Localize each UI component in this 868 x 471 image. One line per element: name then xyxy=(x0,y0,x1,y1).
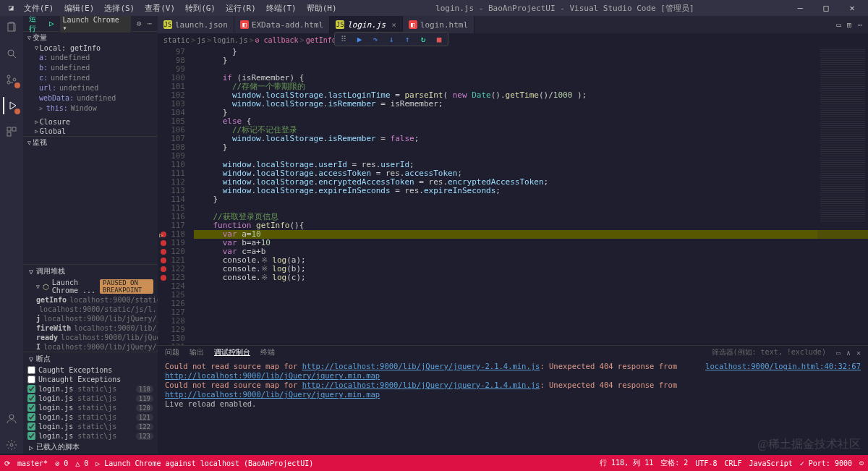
panel-action-icon[interactable]: ▭ xyxy=(836,349,841,357)
closure-scope[interactable]: ▷Closure xyxy=(23,117,158,127)
caught-exceptions[interactable]: Caught Exceptions xyxy=(23,365,158,375)
status-item[interactable]: ⟳ xyxy=(4,459,10,467)
status-item[interactable]: master* xyxy=(17,459,48,467)
editor-tab[interactable]: JSlaunch.json xyxy=(158,16,234,33)
variable-item[interactable]: url:undefined xyxy=(39,83,153,93)
editor-tab[interactable]: ◧login.html xyxy=(403,16,475,33)
breakpoint-item[interactable]: login.js static\js118 xyxy=(23,384,158,394)
editor-tab[interactable]: ◧EXData-add.html xyxy=(234,16,330,33)
watch-section[interactable]: ▽监视 xyxy=(23,137,158,148)
debug-action-button[interactable]: ■ xyxy=(433,34,445,44)
debug-action-button[interactable]: ↷ xyxy=(370,34,381,44)
breakpoint-item[interactable]: login.js static\js120 xyxy=(23,403,158,412)
panel-action-icon[interactable]: ∧ xyxy=(846,349,851,357)
status-item[interactable]: 空格: 2 xyxy=(660,458,688,468)
status-item[interactable]: ✓ Port: 9000 xyxy=(800,458,852,468)
debug-action-button[interactable]: ↑ xyxy=(401,34,413,44)
breadcrumb-item[interactable]: js xyxy=(197,36,205,44)
menu-item[interactable]: 帮助(H) xyxy=(302,1,341,15)
breakpoint-item[interactable]: login.js static\js119 xyxy=(23,394,158,403)
extensions-icon[interactable] xyxy=(3,123,20,140)
tab-action-icon[interactable]: ▭ xyxy=(836,20,841,30)
loaded-scripts-section[interactable]: ▷已载入的脚本 xyxy=(23,441,158,454)
maximize-button[interactable]: □ xyxy=(816,3,836,13)
filter-input[interactable]: 筛选器(例如: text, !exclude) xyxy=(712,347,826,357)
callstack-section[interactable]: ▽调用堆栈 xyxy=(23,265,158,278)
stack-frame[interactable]: getInfolocalhost:9000/static/js/login.js xyxy=(23,295,158,305)
stack-frame[interactable]: fireWithlocalhost:9000/lib/jQuery/jquer.… xyxy=(23,323,158,333)
editor-tab[interactable]: JSlogin.js× xyxy=(330,16,403,33)
search-icon[interactable] xyxy=(3,45,20,62)
minimap[interactable] xyxy=(817,46,868,345)
panel-action-icon[interactable]: ✕ xyxy=(856,349,861,357)
breakpoint-item[interactable]: login.js static\js121 xyxy=(23,412,158,422)
menu-item[interactable]: 选择(S) xyxy=(100,1,139,15)
code-editor[interactable]: 9798991001011021031041051061071081091101… xyxy=(158,46,868,345)
breadcrumb[interactable]: static > js > login.js > ⊘ callback > ge… xyxy=(158,33,868,46)
minimize-button[interactable]: — xyxy=(790,3,810,13)
tab-action-icon[interactable]: ⊞ xyxy=(847,20,852,30)
status-item[interactable]: CRLF xyxy=(724,458,741,468)
console-link[interactable]: http://localhost:9000/lib/jQuery/jquery-… xyxy=(302,381,540,389)
variables-scope[interactable]: ▽Local: getInfo xyxy=(23,43,158,53)
stack-frame[interactable]: jlocalhost:9000/lib/jQuery/jquery-2.1... xyxy=(23,314,158,323)
stack-frame[interactable]: localhost:9000/static/js/l... xyxy=(23,305,158,314)
status-item[interactable]: △ 0 xyxy=(75,459,88,467)
variables-section[interactable]: ▽变量 xyxy=(23,32,158,43)
console-link[interactable]: http://localhost:9000/lib/jQuery/jquery.… xyxy=(165,390,380,399)
stack-frame[interactable]: readylocalhost:9000/lib/jQuery/jquer... xyxy=(23,333,158,342)
variable-item[interactable]: b:undefined xyxy=(39,63,153,73)
breakpoints-section[interactable]: ▽断点 xyxy=(23,352,158,365)
panel-tab[interactable]: 终端 xyxy=(260,347,275,357)
menu-item[interactable]: 编辑(E) xyxy=(60,1,99,15)
breakpoint-item[interactable]: login.js static\js122 xyxy=(23,422,158,431)
variable-item[interactable]: a:undefined xyxy=(39,53,153,63)
status-item[interactable]: UTF-8 xyxy=(695,458,717,468)
uncaught-exceptions[interactable]: Uncaught Exceptions xyxy=(23,375,158,384)
gear-icon[interactable]: ⚙ xyxy=(137,19,142,28)
close-button[interactable]: ✕ xyxy=(842,3,862,13)
breadcrumb-item[interactable]: ⊘ callback xyxy=(255,36,298,44)
stack-frame[interactable]: Ilocalhost:9000/lib/jQuery/jquery-2.1... xyxy=(23,342,158,352)
console-source-link[interactable]: localhost:9000/login.html:40:32:67 xyxy=(705,362,861,371)
variable-item[interactable]: c:undefined xyxy=(39,73,153,83)
console-link[interactable]: http://localhost:9000/lib/jQuery/jquery.… xyxy=(165,371,380,380)
panel-tab[interactable]: 调试控制台 xyxy=(214,347,250,357)
menu-item[interactable]: 转到(G) xyxy=(181,1,220,15)
more-icon[interactable]: ⋯ xyxy=(147,19,152,28)
callstack-thread[interactable]: ▽⬡ Launch Chrome ... PAUSED ON BREAKPOIN… xyxy=(23,278,158,295)
status-item[interactable]: 行 118, 列 11 xyxy=(600,458,653,468)
status-item[interactable]: JavaScript xyxy=(749,458,793,468)
panel-tab[interactable]: 输出 xyxy=(190,347,204,357)
debug-action-button[interactable]: ↓ xyxy=(386,34,397,44)
play-icon[interactable]: ▷ xyxy=(49,19,54,28)
debug-action-button[interactable]: ▶ xyxy=(354,34,365,44)
close-icon[interactable]: × xyxy=(391,20,396,30)
debug-action-button[interactable]: ↻ xyxy=(417,34,429,44)
menu-item[interactable]: 终端(T) xyxy=(262,1,301,15)
status-item[interactable]: ☺ xyxy=(859,458,864,468)
menu-item[interactable]: 运行(R) xyxy=(221,1,260,15)
variable-item[interactable]: webData:undefined xyxy=(39,93,153,103)
variable-item[interactable]: this:Window xyxy=(39,103,153,114)
account-icon[interactable] xyxy=(3,410,20,428)
menu-item[interactable]: 查看(V) xyxy=(140,1,179,15)
gear-icon[interactable] xyxy=(3,436,20,454)
debug-console[interactable]: localhost:9000/login.html:40:32:67 Could… xyxy=(158,359,868,454)
source-control-icon[interactable] xyxy=(3,71,20,88)
debug-icon[interactable] xyxy=(3,97,20,114)
breakpoint-item[interactable]: login.js static\js123 xyxy=(23,431,158,441)
global-scope[interactable]: ▷Global xyxy=(23,127,158,136)
launch-config-select[interactable]: Launch Chrome ▾ xyxy=(60,16,131,33)
breadcrumb-item[interactable]: static xyxy=(163,36,190,44)
debug-action-button[interactable]: ⠿ xyxy=(338,34,349,44)
breadcrumb-item[interactable]: getInfo xyxy=(306,36,336,44)
console-link[interactable]: http://localhost:9000/lib/jQuery/jquery-… xyxy=(302,362,540,370)
tab-action-icon[interactable]: ⋯ xyxy=(857,20,862,30)
explorer-icon[interactable] xyxy=(3,19,20,36)
menu-item[interactable]: 文件(F) xyxy=(20,1,59,15)
status-item[interactable]: ▷ Launch Chrome against localhost (BaoAn… xyxy=(95,459,313,467)
status-item[interactable]: ⊘ 0 xyxy=(55,459,68,467)
breadcrumb-item[interactable]: login.js xyxy=(213,36,247,44)
panel-tab[interactable]: 问题 xyxy=(165,347,179,357)
